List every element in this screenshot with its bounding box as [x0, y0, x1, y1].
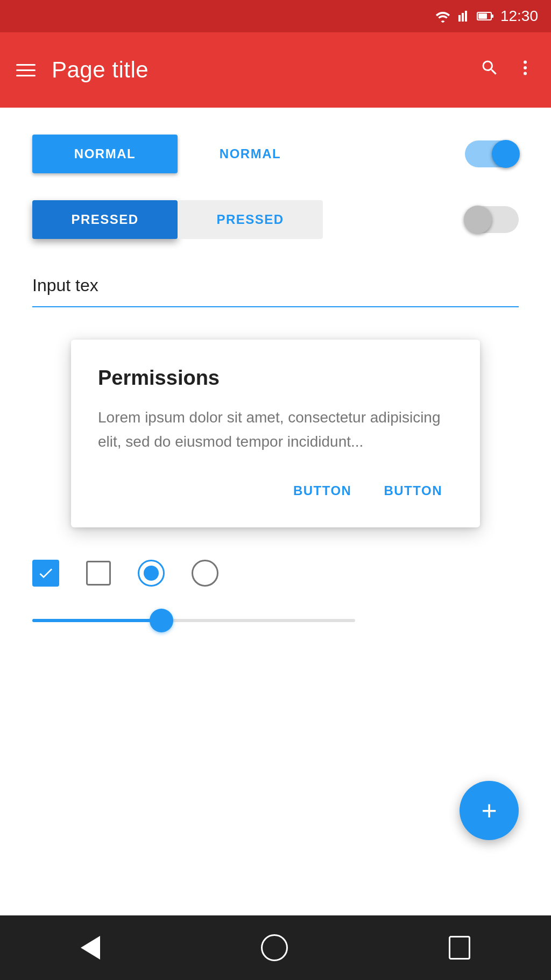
- toggle-normal[interactable]: [465, 140, 519, 167]
- checkbox-unchecked[interactable]: [86, 561, 111, 586]
- flat-pressed-button[interactable]: PRESSED: [178, 200, 323, 239]
- dialog: Permissions Lorem ipsum dolor sit amet, …: [71, 340, 480, 527]
- more-button[interactable]: [515, 58, 535, 82]
- dialog-actions: BUTTON BUTTON: [98, 476, 453, 506]
- dialog-section: Permissions Lorem ipsum dolor sit amet, …: [32, 340, 519, 527]
- pressed-buttons-row: PRESSED PRESSED: [32, 200, 519, 239]
- slider-track[interactable]: [32, 619, 355, 622]
- toggle-normal-knob: [492, 140, 520, 168]
- toggle-pressed-container: [465, 206, 519, 233]
- search-button[interactable]: [480, 58, 499, 82]
- search-icon: [480, 58, 499, 77]
- toggle-pressed[interactable]: [465, 206, 519, 233]
- menu-line-1: [16, 64, 36, 66]
- input-section: [32, 271, 519, 307]
- app-bar: Page title: [0, 32, 551, 108]
- toggle-pressed-knob: [464, 206, 492, 234]
- signal-icon: [457, 10, 470, 23]
- nav-bar: [0, 915, 551, 980]
- radio-unchecked[interactable]: [192, 560, 218, 587]
- svg-rect-2: [478, 13, 487, 19]
- controls-section: [32, 560, 519, 587]
- more-vert-icon: [515, 58, 535, 77]
- menu-line-2: [16, 69, 36, 71]
- svg-point-4: [524, 66, 527, 69]
- raised-normal-button[interactable]: NORMAL: [32, 135, 178, 173]
- status-icons: 12:30: [435, 8, 538, 25]
- fab-icon: +: [481, 797, 497, 824]
- nav-home-button[interactable]: [261, 934, 288, 961]
- normal-buttons-row: NORMAL NORMAL: [32, 135, 519, 173]
- menu-button[interactable]: [16, 64, 36, 76]
- dialog-button-1[interactable]: BUTTON: [282, 476, 363, 506]
- text-input[interactable]: [32, 271, 519, 300]
- wifi-icon: [435, 10, 451, 23]
- raised-pressed-button[interactable]: PRESSED: [32, 200, 178, 239]
- dialog-body: Lorem ipsum dolor sit amet, consectetur …: [98, 406, 453, 454]
- menu-line-3: [16, 75, 36, 76]
- slider-section: [32, 619, 519, 622]
- check-icon: [37, 565, 54, 582]
- flat-normal-button[interactable]: NORMAL: [178, 135, 323, 173]
- svg-point-3: [524, 60, 527, 64]
- nav-recent-button[interactable]: [449, 936, 470, 960]
- svg-rect-1: [491, 15, 493, 18]
- recent-icon: [449, 936, 470, 960]
- svg-point-5: [524, 72, 527, 75]
- page-title: Page title: [52, 57, 464, 83]
- dialog-button-2[interactable]: BUTTON: [373, 476, 453, 506]
- radio-checked-inner: [144, 566, 159, 581]
- home-icon: [261, 934, 288, 961]
- radio-checked[interactable]: [138, 560, 165, 587]
- battery-icon: [477, 11, 494, 22]
- main-content: NORMAL NORMAL PRESSED PRESSED Permission…: [0, 108, 551, 915]
- slider-fill: [32, 619, 161, 622]
- status-bar: 12:30: [0, 0, 551, 32]
- toggle-normal-container: [465, 140, 519, 167]
- status-time: 12:30: [500, 8, 538, 25]
- dialog-title: Permissions: [98, 366, 453, 390]
- checkbox-checked[interactable]: [32, 560, 59, 587]
- slider-thumb[interactable]: [150, 609, 173, 632]
- app-bar-actions: [480, 58, 535, 82]
- fab-button[interactable]: +: [460, 781, 519, 840]
- nav-back-button[interactable]: [81, 936, 100, 960]
- back-icon: [81, 936, 100, 960]
